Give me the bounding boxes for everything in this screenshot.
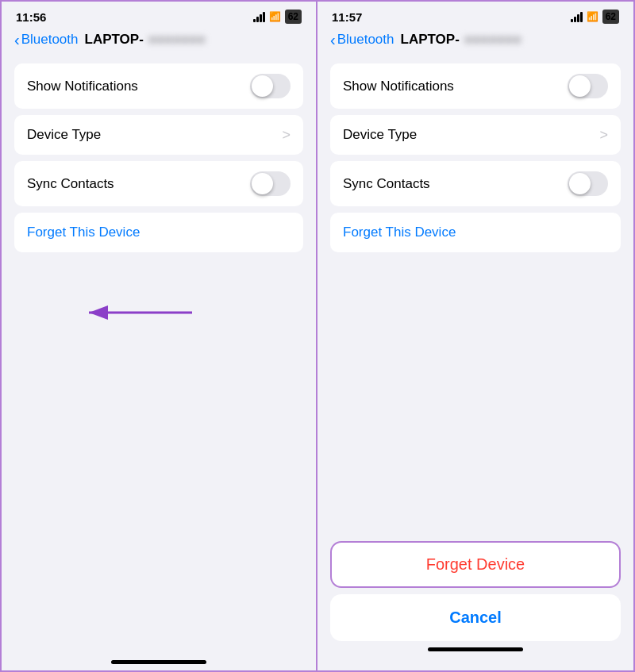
right-forget-device-label: Forget This Device	[343, 225, 456, 240]
right-content-area: Show Notifications Device Type > Sync Co…	[318, 54, 633, 367]
left-home-indicator	[111, 660, 206, 664]
left-sync-contacts-group: Sync Contacts	[14, 161, 303, 206]
left-forget-device-row[interactable]: Forget This Device	[14, 213, 303, 252]
right-device-type-chevron-icon: >	[599, 127, 608, 144]
left-wifi-icon: 📶	[269, 11, 281, 22]
left-nav-title: LAPTOP-	[85, 32, 144, 48]
left-nav-title-blurred: ●●●●●●●	[148, 32, 206, 48]
left-back-button[interactable]: ‹ Bluetooth	[14, 32, 79, 48]
right-status-bar: 11:57 📶 62	[318, 2, 633, 27]
left-forget-device-label: Forget This Device	[27, 225, 140, 240]
forget-device-button[interactable]: Forget Device	[330, 541, 621, 588]
right-sync-contacts-group: Sync Contacts	[330, 161, 621, 206]
right-phone-panel: 11:57 📶 62 ‹ Bluetooth LAPTOP- ●●●●●●● S…	[318, 0, 635, 672]
left-content-area: Show Notifications Device Type > Sync Co…	[2, 54, 316, 362]
right-back-button[interactable]: ‹ Bluetooth	[330, 32, 394, 48]
left-device-type-label: Device Type	[27, 127, 101, 143]
right-battery-icon: 62	[602, 10, 619, 24]
right-nav-title-blurred: ●●●●●●●	[464, 32, 521, 48]
right-show-notifications-toggle[interactable]	[568, 74, 608, 98]
left-show-notifications-toggle[interactable]	[250, 74, 291, 98]
right-nav-bar: ‹ Bluetooth LAPTOP- ●●●●●●●	[318, 27, 633, 54]
right-device-type-group: Device Type >	[330, 115, 621, 155]
right-nav-title: LAPTOP-	[401, 32, 460, 48]
right-device-type-label: Device Type	[343, 127, 417, 143]
left-back-chevron-icon: ‹	[14, 32, 20, 48]
right-wifi-icon: 📶	[587, 11, 598, 22]
left-forget-device-group: Forget This Device	[14, 213, 303, 252]
right-sync-contacts-row: Sync Contacts	[330, 161, 621, 206]
right-time: 11:57	[332, 10, 362, 24]
right-sync-contacts-label: Sync Contacts	[343, 176, 430, 192]
left-device-type-chevron-icon: >	[282, 127, 291, 144]
left-sync-contacts-label: Sync Contacts	[27, 176, 114, 192]
right-notifications-group: Show Notifications	[330, 63, 621, 109]
right-device-type-row[interactable]: Device Type >	[330, 115, 621, 155]
left-device-type-row[interactable]: Device Type >	[14, 115, 303, 155]
cancel-button[interactable]: Cancel	[330, 594, 621, 641]
right-forget-device-row[interactable]: Forget This Device	[330, 213, 621, 252]
left-status-bar: 11:56 📶 62	[2, 2, 316, 27]
right-forget-device-group: Forget This Device	[330, 213, 621, 252]
left-notifications-group: Show Notifications	[14, 63, 303, 109]
right-home-indicator	[428, 647, 523, 651]
left-show-notifications-label: Show Notifications	[27, 79, 138, 94]
right-status-icons: 📶 62	[571, 10, 619, 24]
left-time: 11:56	[16, 10, 46, 24]
left-device-type-group: Device Type >	[14, 115, 303, 155]
left-back-label: Bluetooth	[21, 32, 79, 48]
left-battery-icon: 62	[285, 10, 302, 24]
left-status-icons: 📶 62	[253, 10, 302, 24]
right-sync-contacts-toggle[interactable]	[568, 171, 608, 196]
left-sync-contacts-toggle[interactable]	[250, 171, 291, 196]
right-show-notifications-label: Show Notifications	[343, 79, 454, 94]
right-back-label: Bluetooth	[337, 32, 394, 48]
left-phone-panel: 11:56 📶 62 ‹ Bluetooth LAPTOP- ●●●●●●● S…	[0, 0, 318, 672]
right-signal-icon	[571, 12, 583, 22]
left-nav-bar: ‹ Bluetooth LAPTOP- ●●●●●●●	[2, 27, 316, 54]
left-sync-contacts-row: Sync Contacts	[14, 161, 303, 206]
right-back-chevron-icon: ‹	[330, 32, 336, 48]
left-signal-icon	[253, 12, 265, 22]
right-show-notifications-row: Show Notifications	[330, 63, 621, 109]
action-sheet: Forget Device Cancel	[318, 541, 633, 670]
left-show-notifications-row: Show Notifications	[14, 63, 303, 109]
